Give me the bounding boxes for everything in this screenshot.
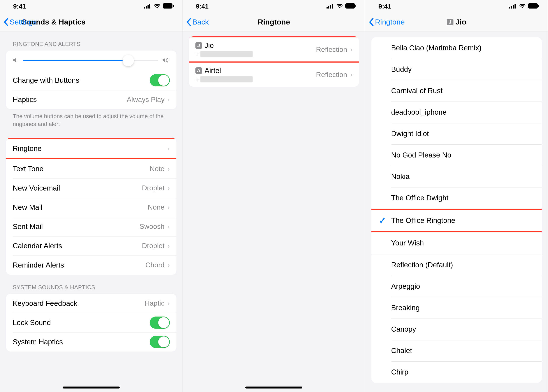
ringtone-item[interactable]: Bella Ciao (Marimba Remix)	[371, 37, 542, 59]
group-system: Keyboard Feedback Haptic› Lock Sound Sys…	[6, 294, 176, 351]
sim-airtel-row[interactable]: A Airtel + Reflection ›	[189, 63, 359, 87]
slider-thumb[interactable]	[122, 55, 134, 66]
svg-rect-5	[173, 5, 174, 7]
row-label: System Haptics	[13, 338, 63, 346]
page-title-text: Jio	[456, 18, 466, 26]
system-haptics-row[interactable]: System Haptics	[6, 332, 176, 351]
svg-rect-9	[332, 4, 333, 8]
svg-rect-7	[328, 6, 329, 8]
row-value: Droplet	[142, 242, 164, 250]
row-value: Reflection	[316, 71, 347, 79]
row-label: Keyboard Feedback	[13, 299, 77, 308]
sent-mail-row[interactable]: Sent Mail Swoosh›	[6, 217, 176, 236]
ringtone-item[interactable]: Breaking	[371, 297, 542, 319]
row-value: Always Play	[127, 96, 164, 104]
volume-slider[interactable]	[23, 60, 158, 61]
chevron-right-icon: ›	[168, 300, 170, 307]
sim-badge-icon: J	[195, 42, 202, 49]
section-footer-volume: The volume buttons can be used to adjust…	[6, 109, 176, 131]
row-value: None	[148, 203, 164, 211]
row-label: Haptics	[13, 95, 37, 104]
chevron-left-icon	[3, 18, 9, 27]
calendar-alerts-row[interactable]: Calendar Alerts Droplet›	[6, 236, 176, 255]
home-indicator[interactable]	[245, 386, 302, 389]
svg-rect-1	[146, 6, 147, 8]
ringtone-label: Reflection (Default)	[391, 261, 453, 269]
sim-number-prefix: +	[195, 50, 199, 57]
ringtone-item[interactable]: Your Wish	[371, 232, 542, 254]
page-title: Ringtone	[187, 18, 361, 26]
status-time: 9:41	[378, 3, 391, 10]
ringtone-item[interactable]: Arpeggio	[371, 276, 542, 297]
screen-sounds-haptics: 9:41 Settings Sounds & Haptics RINGTONE …	[0, 0, 183, 392]
status-icons	[509, 3, 539, 10]
new-mail-row[interactable]: New Mail None›	[6, 198, 176, 217]
ringtone-item[interactable]: Canopy	[371, 319, 542, 340]
lock-sound-row[interactable]: Lock Sound	[6, 313, 176, 332]
row-label: Reminder Alerts	[13, 261, 64, 269]
row-label: Sent Mail	[13, 223, 43, 231]
new-voicemail-row[interactable]: New Voicemail Droplet›	[6, 179, 176, 198]
cellular-icon	[327, 3, 334, 10]
row-value: Haptic	[145, 299, 164, 307]
row-value: Note	[150, 165, 164, 173]
svg-rect-13	[511, 6, 512, 8]
ringtone-item[interactable]: Reflection (Default)	[371, 254, 542, 276]
keyboard-feedback-row[interactable]: Keyboard Feedback Haptic›	[6, 294, 176, 313]
ringtone-label: The Office Dwight	[391, 194, 448, 202]
nav-bar: Settings Sounds & Haptics	[0, 13, 183, 31]
back-button[interactable]: Settings	[3, 18, 36, 27]
svg-rect-2	[148, 5, 149, 8]
ringtone-label: Chalet	[391, 347, 412, 355]
row-value: Reflection	[316, 45, 347, 54]
ringtone-item[interactable]: No God Please No	[371, 144, 542, 166]
nav-bar: Back Ringtone	[183, 13, 365, 31]
status-time: 9:41	[196, 3, 209, 10]
ringtone-row[interactable]: Ringtone ›	[6, 139, 176, 158]
nav-bar: Ringtone J Jio	[365, 13, 548, 31]
svg-rect-4	[163, 3, 172, 8]
ringtone-item[interactable]: Buddy	[371, 59, 542, 80]
chevron-right-icon: ›	[168, 184, 170, 192]
home-indicator[interactable]	[63, 386, 120, 389]
sim-number-prefix: +	[195, 76, 199, 83]
ringtone-item[interactable]: The Office Dwight	[371, 187, 542, 209]
ringtone-label: The Office Ringtone	[391, 216, 455, 225]
back-label: Back	[192, 18, 209, 26]
chevron-right-icon: ›	[168, 204, 170, 211]
reminder-alerts-row[interactable]: Reminder Alerts Chord›	[6, 255, 176, 275]
chevron-right-icon: ›	[350, 71, 352, 78]
ringtone-item[interactable]: Chirp	[371, 361, 542, 383]
ringtone-item[interactable]: Dwight Idiot	[371, 123, 542, 144]
ringtone-item[interactable]: Nokia	[371, 166, 542, 187]
svg-rect-17	[538, 5, 539, 7]
ringtone-item[interactable]: deadpool_iphone	[371, 101, 542, 123]
svg-rect-0	[144, 7, 145, 8]
back-button[interactable]: Ringtone	[369, 18, 405, 27]
highlight-selected-ringtone: ✓The Office Ringtone	[371, 209, 542, 232]
ringtone-label: Arpeggio	[391, 282, 420, 291]
wifi-icon	[154, 3, 161, 10]
svg-rect-12	[509, 7, 510, 8]
system-haptics-toggle[interactable]	[150, 336, 170, 348]
group-sounds: Ringtone › Text Tone Note› New Voicemail…	[6, 138, 176, 275]
back-button[interactable]: Back	[186, 18, 209, 27]
haptics-row[interactable]: Haptics Always Play ›	[6, 90, 176, 109]
cellular-icon	[509, 3, 517, 10]
speaker-low-icon	[13, 57, 19, 64]
svg-rect-15	[514, 4, 516, 8]
section-header-ringtone-alerts: RINGTONE AND ALERTS	[6, 31, 176, 50]
ringtone-item[interactable]: Carnival of Rust	[371, 80, 542, 101]
battery-icon	[163, 3, 174, 10]
ringtone-label: Chirp	[391, 368, 408, 376]
sim-jio-row[interactable]: J Jio + Reflection ›	[189, 37, 359, 62]
change-with-buttons-row[interactable]: Change with Buttons	[6, 71, 176, 90]
ringtone-item[interactable]: Chalet	[371, 340, 542, 361]
svg-rect-6	[327, 7, 328, 8]
change-with-buttons-toggle[interactable]	[150, 74, 170, 86]
row-label: New Voicemail	[13, 184, 60, 192]
lock-sound-toggle[interactable]	[150, 316, 170, 329]
text-tone-row[interactable]: Text Tone Note›	[6, 159, 176, 179]
ringtone-item[interactable]: ✓The Office Ringtone	[371, 210, 542, 231]
status-icons	[144, 3, 174, 10]
